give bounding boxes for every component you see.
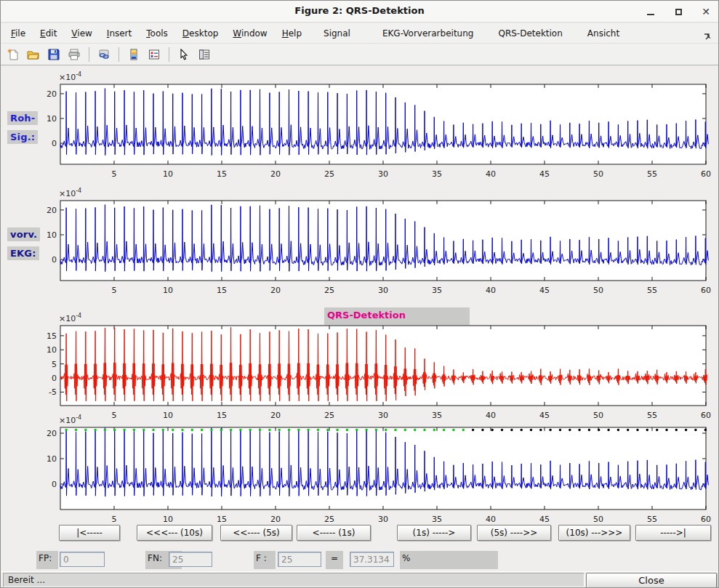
close-figure-button[interactable]: Close bbox=[586, 573, 717, 588]
menu-ekg-vorverarbeitung[interactable]: EKG-Vorverarbeitung bbox=[375, 25, 481, 41]
svg-text:25: 25 bbox=[324, 169, 334, 179]
svg-text:60: 60 bbox=[701, 169, 711, 179]
nav-forward-5s-button[interactable]: (5s) ---->> bbox=[477, 525, 551, 541]
menu-desktop[interactable]: Desktop bbox=[175, 25, 226, 41]
svg-text:35: 35 bbox=[432, 286, 442, 295]
preprocessed-label-line1: vorv. bbox=[7, 227, 40, 241]
equals-label: = bbox=[326, 551, 343, 569]
insert-legend-icon[interactable] bbox=[145, 46, 163, 63]
menubar: File Edit View Insert Tools Desktop Wind… bbox=[1, 23, 718, 44]
print-figure-icon[interactable] bbox=[65, 46, 83, 63]
fn-input[interactable] bbox=[169, 552, 212, 567]
fp-input[interactable] bbox=[60, 552, 105, 567]
raw-signal-label-line1: Roh- bbox=[7, 111, 38, 125]
preprocessed-label-line2: EKG: bbox=[7, 246, 39, 260]
figure-window: Figure 2: QRS-Detektion ✕ File Edit View… bbox=[0, 0, 719, 588]
nav-forward-10s-button[interactable]: (10s) --->>> bbox=[558, 525, 630, 541]
fp-label: FP: bbox=[36, 551, 58, 569]
nav-end-button[interactable]: ----->| bbox=[635, 525, 711, 541]
svg-text:15: 15 bbox=[217, 515, 227, 524]
save-figure-icon[interactable] bbox=[45, 46, 63, 63]
plot-qrs-detection[interactable]: 51015202530354045505560-5051015 bbox=[39, 320, 716, 429]
link-plots-icon[interactable] bbox=[95, 46, 113, 63]
maximize-icon bbox=[675, 9, 682, 15]
svg-text:60: 60 bbox=[701, 411, 711, 420]
svg-text:50: 50 bbox=[593, 515, 603, 524]
nav-back-10s-button[interactable]: <<<--- (10s) bbox=[137, 525, 212, 541]
svg-text:30: 30 bbox=[378, 286, 388, 295]
svg-text:60: 60 bbox=[701, 286, 711, 295]
edit-plot-icon[interactable] bbox=[175, 46, 193, 63]
svg-text:10: 10 bbox=[47, 345, 57, 355]
raw-signal-label-line2: Sig.: bbox=[7, 130, 38, 144]
open-file-icon[interactable] bbox=[25, 46, 42, 63]
svg-text:5: 5 bbox=[52, 360, 57, 369]
menu-help[interactable]: Help bbox=[275, 25, 309, 41]
nav-forward-1s-button[interactable]: (1s) -----> bbox=[397, 525, 471, 541]
svg-text:25: 25 bbox=[324, 515, 334, 524]
svg-text:40: 40 bbox=[486, 411, 496, 420]
menu-file[interactable]: File bbox=[4, 25, 33, 41]
svg-text:60: 60 bbox=[701, 515, 711, 524]
figure-canvas: Roh- Sig.: vorv. EKG: ×10-4 ×10-4 ×10-4 … bbox=[1, 65, 718, 571]
maximize-button[interactable] bbox=[670, 4, 686, 20]
menu-ansicht[interactable]: Ansicht bbox=[580, 25, 627, 41]
menu-qrs-detektion[interactable]: QRS-Detektion bbox=[491, 25, 569, 41]
svg-text:0: 0 bbox=[52, 480, 57, 489]
toolbar-separator bbox=[89, 47, 89, 62]
svg-text:10: 10 bbox=[163, 515, 173, 524]
svg-text:15: 15 bbox=[217, 411, 227, 420]
svg-text:45: 45 bbox=[539, 169, 550, 179]
svg-text:15: 15 bbox=[217, 286, 227, 295]
svg-text:50: 50 bbox=[593, 411, 603, 420]
menu-edit[interactable]: Edit bbox=[33, 25, 64, 41]
svg-text:55: 55 bbox=[647, 286, 657, 295]
svg-text:45: 45 bbox=[539, 411, 550, 420]
svg-text:0: 0 bbox=[52, 139, 57, 148]
menu-signal[interactable]: Signal bbox=[316, 25, 358, 41]
window-title: Figure 2: QRS-Detektion bbox=[1, 5, 718, 16]
insert-colorbar-icon[interactable] bbox=[125, 46, 142, 63]
svg-text:35: 35 bbox=[432, 411, 442, 420]
svg-text:-5: -5 bbox=[49, 387, 57, 397]
menu-overflow-icon[interactable] bbox=[704, 29, 712, 43]
svg-text:5: 5 bbox=[112, 169, 117, 179]
nav-back-1s-button[interactable]: <----- (1s) bbox=[297, 525, 371, 541]
svg-text:20: 20 bbox=[47, 89, 57, 99]
svg-text:55: 55 bbox=[647, 515, 657, 524]
minimize-button[interactable] bbox=[643, 4, 659, 20]
svg-text:20: 20 bbox=[270, 286, 281, 295]
svg-text:30: 30 bbox=[378, 411, 388, 420]
nav-back-5s-button[interactable]: <<---- (5s) bbox=[220, 525, 292, 541]
plot-raw-signal[interactable]: 5101520253035404550556001020 bbox=[39, 78, 716, 188]
svg-text:40: 40 bbox=[486, 169, 496, 179]
menu-insert[interactable]: Insert bbox=[100, 25, 139, 41]
svg-text:10: 10 bbox=[47, 454, 57, 464]
close-window-button[interactable]: ✕ bbox=[698, 4, 714, 20]
svg-text:40: 40 bbox=[486, 515, 496, 524]
result-input[interactable] bbox=[350, 552, 394, 567]
menu-view[interactable]: View bbox=[64, 25, 99, 41]
svg-text:15: 15 bbox=[47, 331, 57, 341]
svg-text:30: 30 bbox=[378, 169, 388, 179]
svg-text:25: 25 bbox=[324, 286, 334, 295]
plot-tools-icon[interactable] bbox=[196, 46, 213, 63]
svg-text:0: 0 bbox=[52, 374, 57, 383]
minimize-icon bbox=[647, 14, 654, 15]
svg-text:20: 20 bbox=[47, 206, 57, 215]
plot-preprocessed-ecg[interactable]: 5101520253035404550556001020 bbox=[39, 195, 716, 304]
nav-begin-button[interactable]: |<----- bbox=[59, 525, 120, 541]
svg-text:40: 40 bbox=[486, 286, 496, 295]
svg-text:5: 5 bbox=[112, 515, 117, 524]
new-figure-icon[interactable] bbox=[4, 46, 22, 63]
menu-window[interactable]: Window bbox=[225, 25, 274, 41]
f-input[interactable] bbox=[278, 552, 321, 567]
svg-text:5: 5 bbox=[112, 286, 117, 295]
svg-text:20: 20 bbox=[270, 411, 281, 420]
titlebar: Figure 2: QRS-Detektion ✕ bbox=[1, 1, 718, 23]
status-text: Bereit ... bbox=[3, 573, 585, 587]
svg-text:35: 35 bbox=[432, 515, 442, 524]
plot-detection-result[interactable]: 5101520253035404550556001020 bbox=[39, 422, 716, 533]
menu-tools[interactable]: Tools bbox=[139, 25, 175, 41]
toolbar bbox=[1, 44, 718, 65]
